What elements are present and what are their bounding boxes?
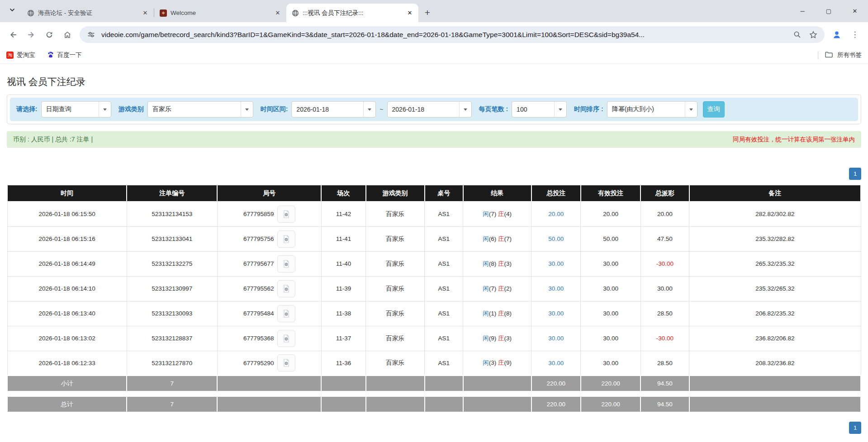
- column-header: 备注: [689, 185, 861, 202]
- tab-betrecord-active[interactable]: :::视讯 会员下注纪录::: ✕: [286, 4, 418, 22]
- total-bet-link[interactable]: 50.00: [548, 235, 564, 242]
- minimize-button[interactable]: ─: [789, 0, 816, 22]
- video-icon-button[interactable]: [277, 230, 295, 248]
- video-icon-button[interactable]: [277, 354, 295, 371]
- close-icon[interactable]: ✕: [141, 9, 149, 17]
- cell-total-bet: 20.00: [531, 202, 581, 226]
- video-icon-button[interactable]: [277, 206, 295, 223]
- date-end-select[interactable]: 2026-01-18: [387, 101, 472, 118]
- cell-valid-bet: 20.00: [581, 202, 640, 226]
- game-type-select[interactable]: 百家乐: [147, 101, 253, 118]
- bet-records-table: 时间注单编号局号场次游戏类别桌号结果总投注有效投注总派彩备注 2026-01-1…: [7, 184, 861, 413]
- sum-empty: [321, 376, 365, 391]
- url-text[interactable]: videoie.com/game/betrecord_search/kind3?…: [101, 31, 787, 39]
- search-button[interactable]: 查询: [703, 101, 725, 118]
- sum-empty: [425, 376, 463, 391]
- tab-title: 海燕论坛 - 安全验证: [38, 9, 138, 17]
- total-bet-link[interactable]: 20.00: [548, 211, 564, 217]
- round-id: 677795290: [243, 360, 274, 367]
- column-header: 时间: [7, 185, 127, 202]
- tab-strip: 海燕论坛 - 安全验证 ✕ ❖ Welcome ✕ :::视讯 会员下注纪录::…: [0, 0, 868, 22]
- reload-button[interactable]: [41, 26, 58, 43]
- back-button[interactable]: [5, 26, 22, 43]
- cell-result: 闲(7) 庄(2): [463, 276, 531, 301]
- video-icon-button[interactable]: [277, 305, 295, 322]
- cell-game-type: 百家乐: [366, 326, 425, 351]
- cell-round: 677795859: [217, 202, 321, 226]
- address-bar[interactable]: videoie.com/game/betrecord_search/kind3?…: [80, 26, 825, 43]
- result-player: 闲: [483, 310, 489, 317]
- filter-panel: 请选择: 日期查询 游戏类别 百家乐 时间区间: 2026-01-18 ~: [7, 94, 861, 124]
- date-start-select[interactable]: 2026-01-18: [291, 101, 376, 118]
- tab-welcome[interactable]: ❖ Welcome ✕: [154, 4, 286, 22]
- column-header: 总派彩: [640, 185, 689, 202]
- round-id: 677795859: [243, 211, 274, 217]
- close-icon[interactable]: ✕: [274, 9, 282, 17]
- sum-label: 小计: [7, 376, 127, 391]
- cell-time: 2026-01-18 06:14:49: [7, 251, 127, 276]
- chevron-down-icon[interactable]: [554, 102, 566, 117]
- sum-empty: [217, 376, 321, 391]
- total-bet-link[interactable]: 30.00: [548, 360, 564, 367]
- forward-button[interactable]: [23, 26, 40, 43]
- cell-time: 2026-01-18 06:13:40: [7, 301, 127, 326]
- cell-total-bet: 30.00: [531, 301, 581, 326]
- total-bet-link[interactable]: 30.00: [548, 260, 564, 267]
- select-type-label: 请选择:: [16, 105, 38, 113]
- total-bet-link[interactable]: 30.00: [548, 285, 564, 292]
- cell-total-bet: 30.00: [531, 251, 581, 276]
- round-id: 677795677: [243, 260, 274, 267]
- total-table: 总计7220.00220.0094.50: [7, 396, 861, 413]
- total-bet-link[interactable]: 30.00: [548, 310, 564, 317]
- pagination-page-1-bottom[interactable]: 1: [849, 422, 861, 434]
- bookmark-star-icon[interactable]: [807, 29, 819, 41]
- chevron-down-icon[interactable]: [363, 102, 375, 117]
- chevron-down-icon[interactable]: [459, 102, 471, 117]
- cell-session: 11-42: [321, 202, 365, 226]
- time-sort-select[interactable]: 降幂(由大到小): [607, 101, 697, 118]
- cell-result: 闲(6) 庄(7): [463, 226, 531, 251]
- video-icon-button[interactable]: [277, 330, 295, 347]
- globe-icon: [292, 9, 299, 17]
- query-type-select[interactable]: 日期查询: [41, 101, 111, 118]
- result-banker: 庄: [498, 359, 504, 366]
- per-page-select[interactable]: 100: [512, 101, 567, 118]
- pagination-page-1-top[interactable]: 1: [849, 168, 861, 180]
- close-icon[interactable]: ✕: [406, 9, 414, 17]
- cell-payout: -30.00: [640, 326, 689, 351]
- cell-payout: 28.50: [640, 301, 689, 326]
- sum-empty: [463, 376, 531, 391]
- cell-total-bet: 30.00: [531, 351, 581, 376]
- tab-search-button[interactable]: [5, 3, 19, 17]
- video-icon-button[interactable]: [277, 255, 295, 273]
- bookmark-baidu[interactable]: 百度一下: [47, 51, 82, 60]
- zoom-icon[interactable]: [791, 29, 803, 41]
- browser-menu-button[interactable]: ⋮: [846, 26, 863, 43]
- maximize-button[interactable]: ▢: [816, 0, 842, 22]
- cell-bet-id: 523132132275: [127, 251, 217, 276]
- cell-valid-bet: 50.00: [581, 226, 640, 251]
- cell-round: 677795484: [217, 301, 321, 326]
- site-info-icon[interactable]: [85, 29, 97, 41]
- bookmark-taobao[interactable]: 淘 爱淘宝: [6, 51, 35, 59]
- sum-empty: [366, 376, 425, 391]
- chevron-down-icon[interactable]: [241, 102, 253, 117]
- cell-round: 677795677: [217, 251, 321, 276]
- chevron-down-icon[interactable]: [685, 102, 697, 117]
- folder-icon: [825, 51, 833, 60]
- profile-avatar[interactable]: [828, 26, 845, 43]
- total-bet-link[interactable]: 30.00: [548, 335, 564, 342]
- home-button[interactable]: [59, 26, 76, 43]
- tab-title: :::视讯 会员下注纪录:::: [303, 9, 402, 17]
- all-bookmarks-label[interactable]: 所有书签: [837, 51, 862, 59]
- bookmarks-bar: 淘 爱淘宝 百度一下 所有书签: [0, 47, 868, 64]
- close-window-button[interactable]: ✕: [842, 0, 868, 22]
- subtotal-row: 小计7220.00220.0094.50: [7, 376, 861, 391]
- welcome-favicon: ❖: [160, 9, 167, 17]
- column-header: 有效投注: [581, 185, 640, 202]
- chevron-down-icon[interactable]: [99, 102, 111, 117]
- sum-empty: [366, 396, 425, 412]
- video-icon-button[interactable]: [277, 280, 295, 297]
- new-tab-button[interactable]: +: [421, 6, 434, 19]
- tab-haiyan[interactable]: 海燕论坛 - 安全验证 ✕: [22, 4, 154, 22]
